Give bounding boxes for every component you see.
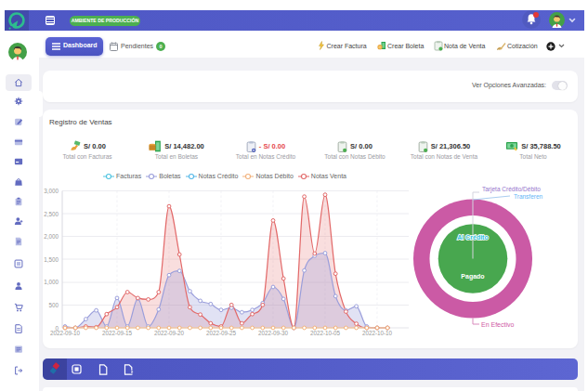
svg-text:Transferen: Transferen — [514, 193, 543, 200]
svg-text:2,500: 2,500 — [44, 211, 59, 217]
svg-text:Pagado: Pagado — [461, 273, 484, 280]
svg-text:1,000: 1,000 — [44, 279, 59, 285]
svg-text:Al Crédito: Al Crédito — [457, 234, 488, 241]
svg-text:500: 500 — [48, 302, 59, 308]
svg-text:1,500: 1,500 — [44, 256, 59, 263]
svg-text:2022-09-15: 2022-09-15 — [102, 330, 133, 336]
svg-text:3,000: 3,000 — [44, 188, 59, 194]
svg-text:2,000: 2,000 — [44, 233, 59, 240]
svg-text:Tarjeta Crédito/Débito: Tarjeta Crédito/Débito — [482, 186, 541, 193]
svg-text:2022-09-10: 2022-09-10 — [50, 330, 81, 336]
svg-text:2022-09-25: 2022-09-25 — [206, 330, 237, 336]
svg-text:En Efectivo: En Efectivo — [481, 321, 515, 328]
svg-text:2022-09-20: 2022-09-20 — [154, 330, 185, 336]
svg-text:2022-10-10: 2022-10-10 — [362, 330, 393, 336]
svg-text:2022-10-05: 2022-10-05 — [310, 330, 341, 336]
svg-text:2022-09-30: 2022-09-30 — [258, 330, 289, 336]
